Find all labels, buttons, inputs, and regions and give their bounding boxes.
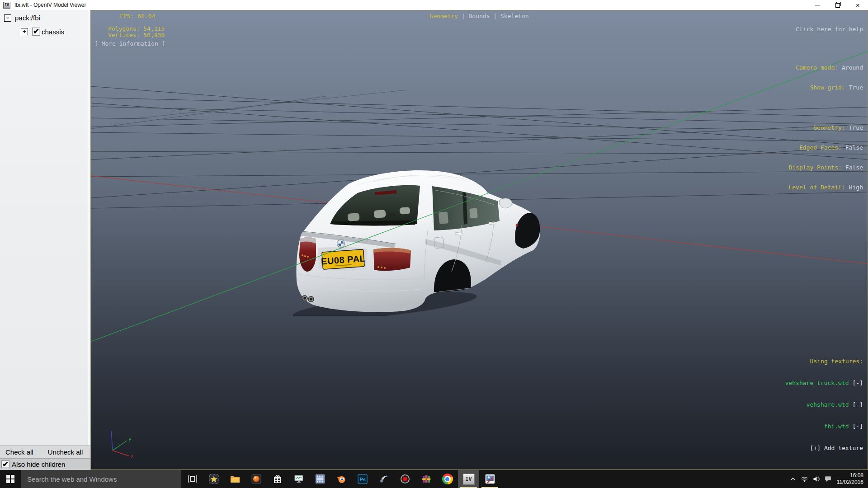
- photoshop-icon: Ps: [357, 474, 368, 484]
- texture-row: fbi.wtd[-]: [785, 422, 863, 431]
- clock-date: 11/02/2016: [837, 479, 863, 486]
- check-all-button[interactable]: Check all: [5, 448, 33, 456]
- chrome-button[interactable]: [437, 470, 458, 488]
- expand-toggle-icon[interactable]: +: [21, 28, 28, 35]
- more-information-link[interactable]: [ More information ]: [94, 40, 165, 47]
- also-hide-children-row: ✔ Also hide children: [0, 458, 90, 470]
- add-texture-link[interactable]: [+] Add texture: [785, 444, 863, 452]
- tab-bounds[interactable]: Bounds: [469, 13, 490, 19]
- movie-maker-button[interactable]: [309, 470, 330, 488]
- restore-icon: [835, 3, 840, 7]
- title-bar: IV fbi.wft - OpenIV Model Viewer ×: [0, 0, 868, 10]
- checkmark-icon: ✔: [33, 27, 39, 36]
- task-view-button[interactable]: [182, 470, 203, 488]
- x-axis-line: [91, 176, 868, 264]
- blender-icon: [336, 474, 347, 484]
- blender-button[interactable]: [330, 470, 352, 488]
- wifi-button[interactable]: [799, 470, 811, 488]
- paint-button[interactable]: [479, 470, 500, 488]
- tree-actions-bar: Check all Uncheck all: [0, 446, 90, 458]
- chassis-checkbox[interactable]: ✔: [32, 28, 40, 36]
- pinned-apps: Ps: [182, 470, 500, 488]
- volume-button[interactable]: [811, 470, 822, 488]
- tab-skeleton[interactable]: Skeleton: [500, 13, 529, 19]
- uncheck-all-button[interactable]: Uncheck all: [48, 448, 83, 456]
- wifi-icon: [801, 475, 808, 483]
- windows-logo-icon: [6, 475, 14, 483]
- tree-chassis-label[interactable]: chassis: [42, 28, 64, 36]
- close-icon: ×: [856, 2, 860, 9]
- polygon-count: Polygons: 54,215: [108, 25, 165, 32]
- front-wheel-arch: [515, 213, 540, 249]
- textures-header: Using textures:: [785, 357, 863, 366]
- svg-text:Ps: Ps: [359, 477, 365, 482]
- rear-windshield: [330, 185, 420, 226]
- winrar-button[interactable]: [415, 470, 437, 488]
- tree-root-label[interactable]: pack:/fbi: [15, 14, 40, 22]
- 3d-viewport[interactable]: EU08 PAL: [90, 10, 868, 470]
- show-grid-setting: Show grid:True: [788, 84, 863, 91]
- tab-separator: |: [458, 13, 468, 19]
- star-app-button[interactable]: [203, 470, 224, 488]
- file-explorer-button[interactable]: [224, 470, 245, 488]
- remove-texture-link[interactable]: [-]: [853, 380, 863, 386]
- help-link[interactable]: Click here for help: [788, 26, 863, 33]
- collapse-toggle-icon[interactable]: −: [4, 14, 11, 22]
- minimize-button[interactable]: [807, 0, 827, 10]
- texture-row: vehshare_truck.wtd[-]: [785, 379, 863, 387]
- vertex-count: Vertices: 50,836: [108, 32, 165, 38]
- screen-recorder-icon: [400, 474, 410, 484]
- also-hide-children-checkbox[interactable]: ✔: [1, 460, 9, 468]
- tail-light-left: [299, 237, 316, 272]
- remove-texture-link[interactable]: [-]: [853, 423, 863, 430]
- textures-panel: Using textures: vehshare_truck.wtd[-] ve…: [785, 344, 863, 466]
- tab-separator: |: [490, 13, 500, 19]
- teamspeak-button[interactable]: [373, 470, 394, 488]
- license-plate: EU08 PAL: [321, 249, 366, 270]
- openiv-taskbar-button[interactable]: IV: [458, 470, 479, 488]
- viewer-settings: Click here for help Camera mode:Around S…: [788, 13, 863, 204]
- action-center-icon: [824, 475, 832, 483]
- texture-row: vehshare.wtd[-]: [785, 401, 863, 409]
- car-model: EU08 PAL: [290, 167, 543, 316]
- close-button[interactable]: ×: [848, 0, 868, 10]
- media-sphere-button[interactable]: [245, 470, 267, 488]
- openiv-app-icon: IV: [3, 2, 10, 9]
- openiv-model-viewer-window: IV fbi.wft - OpenIV Model Viewer × − pac…: [0, 0, 868, 488]
- car-shadow: [292, 286, 478, 316]
- chrome-icon: [442, 474, 453, 484]
- movie-maker-icon: [315, 474, 326, 484]
- tree-row-chassis: + ✔ chassis: [21, 28, 88, 36]
- car-body: [296, 170, 540, 312]
- winrar-icon: [421, 474, 432, 484]
- system-tray: 16:08 11/02/2016: [787, 470, 868, 488]
- paint-icon: [485, 474, 495, 484]
- grid-plane: [91, 10, 868, 470]
- search-input[interactable]: [21, 470, 181, 488]
- brake-light-strip: [375, 190, 397, 195]
- model-tree-panel: − pack:/fbi + ✔ chassis Check all Unchec…: [0, 10, 90, 470]
- star-app-icon: [208, 474, 219, 484]
- screen-recorder-button[interactable]: [394, 470, 415, 488]
- speaker-icon: [812, 475, 820, 483]
- tree-row-root: − pack:/fbi: [4, 14, 88, 22]
- door-handle: [489, 222, 495, 225]
- action-center-button[interactable]: [822, 470, 834, 488]
- photoshop-button[interactable]: Ps: [352, 470, 373, 488]
- tray-expand-button[interactable]: [787, 470, 799, 488]
- svg-text:EU08 PAL: EU08 PAL: [321, 253, 365, 267]
- system-monitor-button[interactable]: [288, 470, 309, 488]
- window-title: fbi.wft - OpenIV Model Viewer: [14, 2, 86, 8]
- remove-texture-link[interactable]: [-]: [853, 401, 863, 408]
- windows-store-button[interactable]: [267, 470, 288, 488]
- view-mode-tabs: Geometry | Bounds | Skeleton: [91, 13, 868, 19]
- side-mirror: [499, 198, 512, 208]
- taskbar-clock[interactable]: 16:08 11/02/2016: [837, 472, 863, 486]
- start-button[interactable]: [0, 470, 21, 488]
- bmw-roundel-badge: [337, 240, 345, 248]
- restore-button[interactable]: [827, 0, 848, 10]
- tab-geometry[interactable]: Geometry: [429, 13, 458, 19]
- y-axis-label: y: [128, 436, 132, 442]
- side-windows: [432, 186, 500, 230]
- also-hide-children-label: Also hide children: [12, 460, 65, 468]
